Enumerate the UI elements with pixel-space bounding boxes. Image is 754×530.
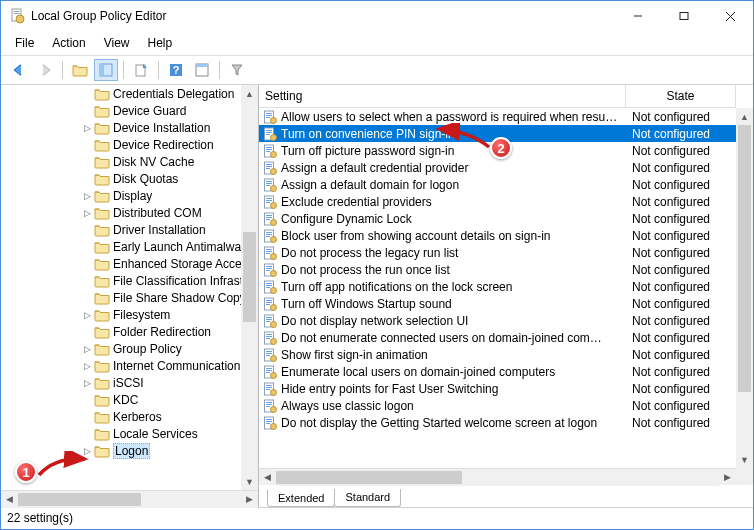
expander-icon[interactable] <box>81 326 93 338</box>
expander-icon[interactable] <box>81 394 93 406</box>
expander-icon[interactable] <box>81 428 93 440</box>
tree-item[interactable]: Disk Quotas <box>1 170 258 187</box>
tab-standard[interactable]: Standard <box>334 489 401 507</box>
tab-extended[interactable]: Extended <box>267 490 335 507</box>
tree-item[interactable]: Driver Installation <box>1 221 258 238</box>
list-row[interactable]: Assign a default domain for logonNot con… <box>259 176 736 193</box>
tree-scroll-down[interactable]: ▼ <box>241 473 258 490</box>
tree-item[interactable]: ▷Distributed COM <box>1 204 258 221</box>
menu-file[interactable]: File <box>7 33 42 53</box>
tree-item[interactable]: ▷Group Policy <box>1 340 258 357</box>
expander-icon[interactable]: ▷ <box>81 309 93 321</box>
list-row[interactable]: Assign a default credential providerNot … <box>259 159 736 176</box>
tree-item[interactable]: File Classification Infrastruc <box>1 272 258 289</box>
expander-icon[interactable] <box>81 88 93 100</box>
expander-icon[interactable]: ▷ <box>81 122 93 134</box>
tree-item[interactable]: Folder Redirection <box>1 323 258 340</box>
expander-icon[interactable] <box>81 411 93 423</box>
expander-icon[interactable] <box>81 139 93 151</box>
back-button[interactable] <box>7 59 31 81</box>
tree-item[interactable]: ▷Internet Communication M <box>1 357 258 374</box>
expander-icon[interactable] <box>81 258 93 270</box>
expander-icon[interactable] <box>81 224 93 236</box>
tree-scroll-up[interactable]: ▲ <box>241 85 258 102</box>
list-row[interactable]: Show first sign-in animationNot configur… <box>259 346 736 363</box>
maximize-button[interactable] <box>661 1 707 31</box>
menu-help[interactable]: Help <box>140 33 181 53</box>
list-row[interactable]: Allow users to select when a password is… <box>259 108 736 125</box>
tree-item[interactable]: Kerberos <box>1 408 258 425</box>
list-row[interactable]: Do not enumerate connected users on doma… <box>259 329 736 346</box>
list-row[interactable]: Exclude credential providersNot configur… <box>259 193 736 210</box>
tree-scroll-right[interactable]: ▶ <box>241 491 258 508</box>
tree-scroll-thumb-v[interactable] <box>243 232 256 322</box>
list-row[interactable]: Enumerate local users on domain-joined c… <box>259 363 736 380</box>
expander-icon[interactable]: ▷ <box>81 190 93 202</box>
tree-item[interactable]: Disk NV Cache <box>1 153 258 170</box>
list-row[interactable]: Always use classic logonNot configured <box>259 397 736 414</box>
minimize-button[interactable] <box>615 1 661 31</box>
tree-item[interactable]: ▷Logon <box>1 442 258 459</box>
tree-view[interactable]: Credentials DelegationDevice Guard▷Devic… <box>1 85 258 490</box>
expander-icon[interactable]: ▷ <box>81 343 93 355</box>
forward-button[interactable] <box>33 59 57 81</box>
tree-item[interactable]: ▷Display <box>1 187 258 204</box>
tree-item[interactable]: KDC <box>1 391 258 408</box>
list-row[interactable]: Turn off Windows Startup soundNot config… <box>259 295 736 312</box>
properties-button[interactable] <box>190 59 214 81</box>
list-scroll-right[interactable]: ▶ <box>719 469 736 486</box>
expander-icon[interactable]: ▷ <box>81 377 93 389</box>
list-scroll-up[interactable]: ▲ <box>736 108 753 125</box>
tree-scroll-left[interactable]: ◀ <box>1 491 18 508</box>
menu-action[interactable]: Action <box>44 33 93 53</box>
list-row[interactable]: Do not process the run once listNot conf… <box>259 261 736 278</box>
policy-icon <box>263 263 277 277</box>
up-button[interactable] <box>68 59 92 81</box>
export-button[interactable] <box>129 59 153 81</box>
tree-item[interactable]: ▷Filesystem <box>1 306 258 323</box>
tree-item[interactable]: File Share Shadow Copy Pr <box>1 289 258 306</box>
expander-icon[interactable] <box>81 241 93 253</box>
svg-text:?: ? <box>173 64 180 76</box>
expander-icon[interactable]: ▷ <box>81 207 93 219</box>
filter-button[interactable] <box>225 59 249 81</box>
settings-list[interactable]: Allow users to select when a password is… <box>259 108 736 468</box>
tree-item[interactable]: Device Redirection <box>1 136 258 153</box>
list-row[interactable]: Do not display network selection UINot c… <box>259 312 736 329</box>
list-row[interactable]: Do not process the legacy run listNot co… <box>259 244 736 261</box>
tree-item[interactable]: Early Launch Antimalware <box>1 238 258 255</box>
column-state[interactable]: State <box>626 85 736 107</box>
list-scroll-left[interactable]: ◀ <box>259 469 276 486</box>
menu-view[interactable]: View <box>96 33 138 53</box>
tree-item[interactable]: ▷Device Installation <box>1 119 258 136</box>
list-row[interactable]: Hide entry points for Fast User Switchin… <box>259 380 736 397</box>
list-scroll-down[interactable]: ▼ <box>736 451 753 468</box>
list-scroll-thumb-h[interactable] <box>276 471 462 484</box>
folder-icon <box>94 223 110 237</box>
expander-icon[interactable] <box>81 156 93 168</box>
list-row[interactable]: Configure Dynamic LockNot configured <box>259 210 736 227</box>
list-row[interactable]: Turn off app notifications on the lock s… <box>259 278 736 295</box>
column-setting[interactable]: Setting <box>259 85 626 107</box>
tree-item[interactable]: ▷iSCSI <box>1 374 258 391</box>
close-button[interactable] <box>707 1 753 31</box>
folder-icon <box>94 138 110 152</box>
tree-scroll-thumb-h[interactable] <box>18 493 141 506</box>
list-row[interactable]: Block user from showing account details … <box>259 227 736 244</box>
tree-item[interactable]: Credentials Delegation <box>1 85 258 102</box>
list-row[interactable]: Do not display the Getting Started welco… <box>259 414 736 431</box>
expander-icon[interactable] <box>81 105 93 117</box>
tree-item[interactable]: Enhanced Storage Access <box>1 255 258 272</box>
show-tree-button[interactable] <box>94 59 118 81</box>
expander-icon[interactable]: ▷ <box>81 360 93 372</box>
list-scroll-thumb-v[interactable] <box>738 125 751 392</box>
expander-icon[interactable]: ▷ <box>81 445 93 457</box>
tree-item[interactable]: Locale Services <box>1 425 258 442</box>
expander-icon[interactable] <box>81 275 93 287</box>
expander-icon[interactable] <box>81 292 93 304</box>
expander-icon[interactable] <box>81 173 93 185</box>
help-button[interactable]: ? <box>164 59 188 81</box>
setting-state: Not configured <box>626 195 736 209</box>
setting-state: Not configured <box>626 416 736 430</box>
tree-item[interactable]: Device Guard <box>1 102 258 119</box>
